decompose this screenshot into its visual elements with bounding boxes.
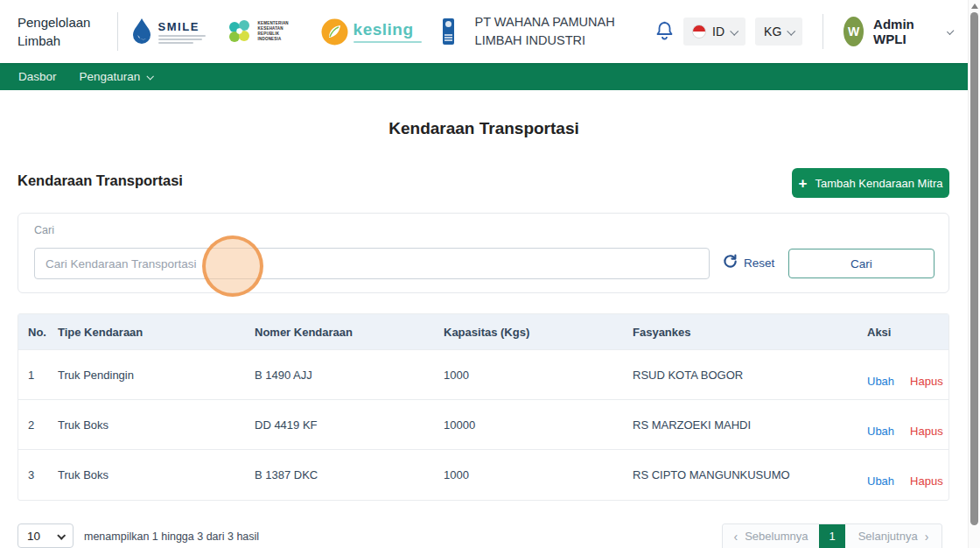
language-selector[interactable]: ID	[683, 18, 746, 46]
cell-kapasitas: 1000	[444, 369, 633, 382]
cell-nomer: B 1387 DKC	[255, 468, 444, 481]
kemenkes-logo: KEMENTERIAN KESEHATAN REPUBLIK INDONESIA	[227, 18, 300, 45]
smile-logo: SMILE	[130, 18, 206, 46]
reset-label: Reset	[744, 256, 774, 270]
top-header: Pengelolaan Limbah SMILE	[0, 0, 968, 63]
next-label: Selanjutnya	[858, 530, 918, 543]
col-tipe: Tipe Kendaraan	[58, 326, 255, 339]
cell-fasyankes: RS CIPTO MANGUNKUSUMO	[633, 468, 850, 481]
chevron-down-icon	[57, 530, 66, 539]
undp-badge-icon	[443, 18, 454, 45]
delete-link[interactable]: Hapus	[910, 474, 943, 488]
cell-no: 1	[28, 369, 58, 382]
cell-fasyankes: RS MARZOEKI MAHDI	[633, 418, 850, 432]
chevron-left-icon: ‹	[734, 530, 738, 543]
previous-page-button[interactable]: ‹ Sebelumnya	[723, 524, 819, 548]
cell-nomer: DD 4419 KF	[255, 418, 444, 432]
search-submit-button[interactable]: Cari	[788, 249, 934, 278]
table-row: 2 Truk Boks DD 4419 KF 10000 RS MARZOEKI…	[18, 399, 948, 449]
col-nomer: Nomer Kendaraan	[255, 326, 444, 339]
cell-aksi: Ubah Hapus	[850, 375, 948, 388]
cell-aksi: Ubah Hapus	[850, 474, 948, 488]
cell-fasyankes: RSUD KOTA BOGOR	[633, 369, 850, 382]
cell-tipe: Truk Boks	[58, 468, 255, 481]
language-value: ID	[712, 25, 724, 39]
kesling-logo: kesling	[321, 18, 422, 46]
main-navbar: Dasbor Pengaturan	[0, 63, 968, 90]
refresh-icon	[723, 254, 738, 271]
table-row: 1 Truk Pendingin B 1490 AJJ 1000 RSUD KO…	[18, 349, 948, 399]
col-aksi: Aksi	[850, 326, 948, 339]
delete-link[interactable]: Hapus	[910, 375, 943, 388]
app-title[interactable]: Pengelolaan Limbah	[18, 13, 105, 50]
col-no: No.	[28, 326, 58, 339]
chevron-down-icon	[947, 27, 955, 35]
add-vehicle-label: Tambah Kendaraan Mitra	[815, 177, 942, 190]
user-name: Admin WPLI	[873, 17, 926, 46]
reset-button[interactable]: Reset	[723, 254, 774, 271]
cell-nomer: B 1490 AJJ	[255, 369, 444, 382]
col-kapasitas: Kapasitas (Kgs)	[444, 326, 633, 339]
notification-bell-icon[interactable]	[655, 20, 674, 44]
smile-drop-icon	[130, 18, 153, 46]
avatar: W	[844, 17, 864, 46]
smile-wordmark: SMILE	[158, 20, 206, 33]
add-vehicle-button[interactable]: + Tambah Kendaraan Mitra	[792, 168, 949, 198]
header-actions: ID KG W Admin WPLI	[655, 14, 952, 49]
unit-selector[interactable]: KG	[755, 18, 802, 46]
indonesia-flag-icon	[692, 25, 706, 39]
edit-link[interactable]: Ubah	[867, 375, 894, 388]
partner-logos: SMILE KEMENTERIAN KESEHATAN RE	[130, 18, 454, 46]
results-summary: menampilkan 1 hingga 3 dari 3 hasil	[84, 530, 259, 543]
cell-tipe: Truk Boks	[58, 418, 255, 432]
page-size-value: 10	[27, 530, 40, 543]
company-name: PT WAHANA PAMUNAH LIMBAH INDUSTRI	[475, 13, 656, 50]
chevron-right-icon: ›	[925, 530, 929, 543]
scrollbar-thumb[interactable]	[970, 12, 978, 525]
cell-kapasitas: 1000	[444, 468, 633, 481]
screen: Pengelolaan Limbah SMILE	[0, 0, 980, 548]
smile-subtext-line	[158, 42, 193, 44]
user-menu[interactable]: W Admin WPLI	[844, 17, 952, 46]
edit-link[interactable]: Ubah	[867, 474, 894, 488]
kemenkes-petal-icon	[227, 18, 253, 45]
vehicles-table: No. Tipe Kendaraan Nomer Kendaraan Kapas…	[18, 313, 949, 501]
smile-subtext-line	[158, 39, 202, 40]
header-divider	[822, 14, 823, 49]
nav-item-dasbor[interactable]: Dasbor	[18, 70, 57, 83]
table-header-row: No. Tipe Kendaraan Nomer Kendaraan Kapas…	[18, 314, 948, 349]
col-fasyankes: Fasyankes	[633, 326, 850, 339]
kesling-leaf-icon	[321, 18, 348, 46]
nav-item-label: Dasbor	[18, 70, 57, 83]
plus-icon: +	[799, 176, 808, 191]
chevron-down-icon	[788, 26, 796, 35]
search-label: Cari	[34, 224, 54, 236]
edit-link[interactable]: Ubah	[867, 425, 894, 438]
kesling-subtext-line	[354, 41, 422, 43]
scroll-up-arrow-icon[interactable]	[971, 4, 978, 9]
header-divider	[117, 12, 118, 51]
cell-aksi: Ubah Hapus	[850, 425, 948, 438]
page-size-select[interactable]: 10	[18, 523, 74, 548]
cell-kapasitas: 10000	[444, 418, 633, 432]
undp-logo	[443, 18, 454, 45]
vertical-scrollbar	[968, 0, 980, 548]
table-row: 3 Truk Boks B 1387 DKC 1000 RS CIPTO MAN…	[18, 449, 948, 500]
cell-tipe: Truk Pendingin	[58, 369, 255, 382]
chevron-down-icon	[730, 26, 738, 35]
next-page-button[interactable]: Selanjutnya ›	[845, 524, 942, 548]
unit-value: KG	[764, 25, 781, 39]
current-page-button[interactable]: 1	[819, 524, 845, 548]
chevron-down-icon	[147, 73, 154, 80]
section-title: Kendaraan Transportasi	[18, 172, 183, 189]
nav-item-pengaturan[interactable]: Pengaturan	[80, 70, 153, 83]
delete-link[interactable]: Hapus	[910, 425, 943, 438]
smile-subtext-line	[158, 35, 206, 37]
kesling-wordmark: kesling	[354, 20, 422, 39]
search-card: Cari Reset Cari	[18, 213, 949, 293]
search-input[interactable]	[34, 248, 710, 279]
cell-no: 3	[28, 468, 58, 481]
previous-label: Sebelumnya	[745, 530, 808, 543]
pagination: ‹ Sebelumnya 1 Selanjutnya ›	[722, 523, 942, 548]
nav-item-label: Pengaturan	[80, 70, 141, 83]
